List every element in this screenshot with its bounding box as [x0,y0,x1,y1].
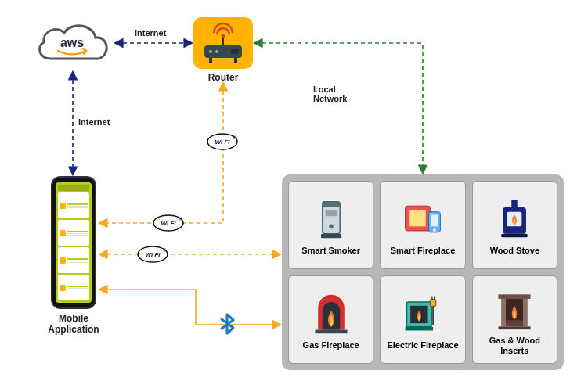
phone-statusbar [58,185,89,191]
edge-phone-devices-2 [100,290,280,325]
device-electric-fireplace: Electric Fireplace [380,275,465,364]
svg-rect-7 [234,58,237,63]
svg-text:®: ® [179,217,182,221]
bluetooth-icon [216,313,238,335]
device-label: Gas Fireplace [303,340,359,351]
device-gas-wood-inserts: Gas & Wood Inserts [472,275,557,364]
wifi-badge-phone-devices: Wi Fi ® [137,246,168,263]
svg-rect-27 [512,200,518,207]
electric-fireplace-icon [399,290,446,337]
phone-list-item [58,247,89,273]
edge-label-router-devices: Local Network [313,85,347,103]
svg-rect-38 [499,294,531,299]
device-label: Wood Stove [490,246,539,256]
device-smart-fireplace: Smart Fireplace [380,181,465,269]
phone-node [51,176,96,309]
device-label: Smart Fireplace [391,246,456,256]
svg-rect-36 [434,297,435,300]
svg-rect-42 [506,321,523,326]
edge-label-aws-router: Internet [135,28,166,38]
svg-rect-37 [406,327,433,331]
gas-fireplace-icon [308,290,355,337]
devices-group: Smart Smoker Smart Fireplace Wood [282,174,564,370]
wifi-badge-phone-router: Wi Fi ® [153,214,184,232]
svg-rect-30 [502,234,528,238]
gas-wood-inserts-icon [491,286,538,333]
svg-point-20 [329,225,334,229]
device-smart-smoker: Smart Smoker [288,181,373,269]
device-label: Gas & Wood Inserts [476,336,554,355]
svg-rect-21 [321,234,341,239]
wifi-icon: Wi Fi ® [153,214,184,232]
router-icon [200,22,247,64]
svg-rect-43 [499,326,531,329]
edge-router-devices [255,43,423,172]
aws-cloud-node: aws [31,16,114,70]
svg-rect-35 [431,297,432,300]
svg-point-26 [433,228,436,232]
device-gas-fireplace: Gas Fireplace [288,275,373,364]
phone-list-item [58,220,89,246]
svg-rect-31 [315,330,347,334]
router-node [193,17,253,69]
phone-label: Mobile Application [39,313,108,335]
svg-rect-6 [209,58,212,63]
svg-text:Wi Fi: Wi Fi [215,138,230,146]
smart-fireplace-icon [399,196,446,243]
phone-list-item [58,275,89,300]
svg-rect-18 [322,202,339,207]
device-label: Smart Smoker [301,246,360,256]
wood-stove-icon [491,196,538,243]
svg-rect-5 [231,49,239,54]
svg-rect-34 [430,300,435,307]
device-label: Electric Fireplace [387,340,458,351]
edge-router-phone [100,84,223,223]
wifi-badge-router-phone: Wi Fi ® [207,133,238,150]
router-label: Router [193,72,253,83]
svg-text:®: ® [233,135,236,140]
svg-rect-39 [502,299,507,326]
wifi-icon: Wi Fi ® [207,133,238,150]
svg-point-4 [215,50,218,53]
svg-point-0 [222,34,225,38]
svg-text:Wi Fi: Wi Fi [161,220,176,227]
bluetooth-badge [216,313,238,335]
svg-rect-23 [409,210,426,227]
svg-point-3 [209,50,212,53]
smart-smoker-icon [308,196,355,243]
svg-rect-25 [431,215,438,227]
phone-list-item [58,192,89,218]
edge-label-aws-phone: Internet [78,117,110,127]
phone-screen [56,182,92,303]
svg-rect-40 [524,299,528,326]
aws-text: aws [60,36,84,49]
device-wood-stove: Wood Stove [472,181,557,269]
svg-rect-19 [325,210,337,216]
wifi-icon: Wi Fi ® [137,246,168,263]
aws-cloud-icon: aws [31,16,114,70]
svg-text:Wi Fi: Wi Fi [145,251,161,258]
svg-text:®: ® [163,248,167,253]
